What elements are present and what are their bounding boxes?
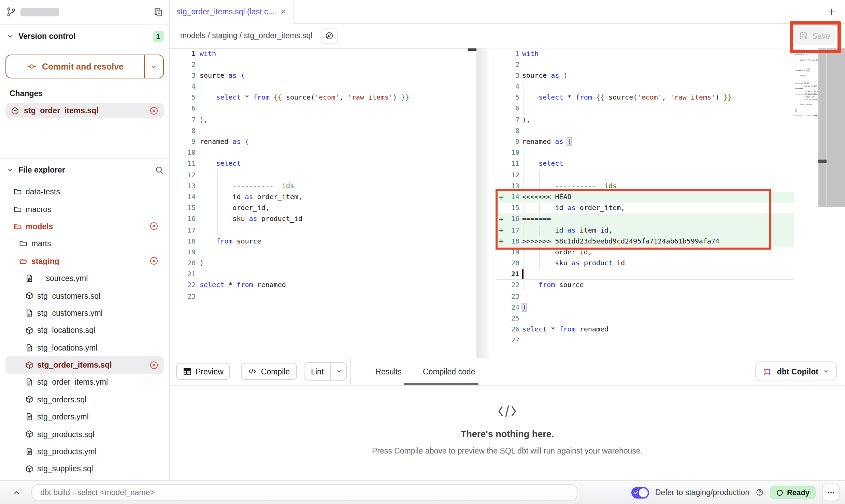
lint-button-group: Lint [303, 362, 347, 381]
indent-guide [200, 81, 201, 92]
tree-item-stg_order_items.yml[interactable]: stg_order_items.yml [5, 374, 163, 391]
code-text: from source [200, 236, 261, 247]
new-tab-plus-icon[interactable] [827, 8, 836, 16]
code-text: select [522, 159, 563, 169]
code-text: id as item_id, [522, 225, 613, 236]
code-line-left-16: 16 sku as product_id [170, 214, 476, 225]
code-line-left-2: 2 [170, 59, 476, 70]
indent-guide [217, 181, 217, 192]
code-line-right-11: 11 select [496, 159, 794, 169]
tab-results[interactable]: Results [375, 367, 402, 375]
line-number: 6 [170, 103, 196, 114]
dbt-copilot-button[interactable]: dbt Copilot [755, 361, 837, 381]
tree-item-stg_locations.sql[interactable]: stg_locations.sql [5, 322, 163, 339]
tree-item-stg_products.yml[interactable]: stg_products.yml [5, 443, 163, 460]
copy-icon[interactable] [153, 7, 163, 17]
commit-and-resolve-button[interactable]: Commit and resolve [5, 55, 163, 78]
save-button[interactable]: Save [794, 27, 835, 45]
scrollbar-thumb[interactable] [818, 159, 826, 163]
defer-toggle[interactable] [631, 487, 649, 498]
code-line-left-19: 19 [170, 247, 476, 258]
minimap[interactable]: with source as ( select * from {{ source… [795, 49, 818, 124]
indent-guide [217, 192, 217, 203]
discard-icon[interactable] [149, 257, 158, 266]
code-line-left-12: 12 [170, 169, 476, 180]
code-icon [497, 403, 518, 418]
status-badge-ready[interactable]: Ready [770, 486, 816, 499]
command-input[interactable] [31, 484, 577, 501]
folder-icon [19, 240, 27, 248]
tree-item-label: __sources.yml [37, 274, 88, 282]
branch-header[interactable] [0, 0, 169, 25]
tree-item-stg_order_items.sql[interactable]: stg_order_items.sql [5, 356, 163, 374]
tree-item-stg_customers.yml[interactable]: stg_customers.yml [5, 304, 163, 322]
line-number: 3 [508, 70, 519, 81]
window-scrollbar[interactable] [827, 48, 845, 207]
tree-item-models[interactable]: models [5, 218, 163, 235]
code-text: order_id, [200, 203, 270, 213]
line-number: 17 [170, 225, 196, 236]
discard-icon[interactable] [149, 360, 158, 369]
chevron-up-icon[interactable] [9, 485, 24, 500]
editor-scrollbar[interactable] [818, 48, 826, 207]
line-number: 10 [508, 147, 519, 158]
code-line-right-19: 19 order_id, [496, 247, 794, 258]
tree-item-__sources.yml[interactable]: __sources.yml [5, 270, 163, 287]
tree-item-stg_orders.sql[interactable]: stg_orders.sql [5, 391, 163, 408]
help-icon[interactable] [756, 488, 764, 496]
discard-icon[interactable] [149, 222, 158, 231]
branch-name-redacted [20, 8, 59, 16]
chevron-down-icon[interactable] [7, 166, 14, 173]
tree-item-stg_products.sql[interactable]: stg_products.sql [5, 426, 163, 443]
commit-options-dropdown[interactable] [144, 55, 163, 78]
tree-item-label: stg_orders.sql [37, 396, 86, 404]
file-explorer-header[interactable]: File explorer [0, 159, 169, 181]
version-control-header[interactable]: Version control 1 [0, 25, 169, 48]
breadcrumb-row: models / staging / stg_order_items.sql [170, 24, 845, 47]
search-icon[interactable] [155, 165, 163, 174]
code-line-right-2: 2 [496, 59, 794, 70]
tab-stg-order-items[interactable]: stg_order_items.sql (last c... [170, 0, 295, 24]
changed-file-stg_order_items.sql[interactable]: stg_order_items.sql [5, 103, 163, 118]
ready-label: Ready [787, 488, 810, 496]
tree-item-label: stg_supplies.sql [37, 465, 93, 473]
code-line-right-13: 13 ---------- ids [496, 181, 794, 192]
tree-item-data-tests[interactable]: data-tests [5, 183, 163, 201]
folder-open-icon [13, 222, 22, 231]
tree-item-stg_orders.yml[interactable]: stg_orders.yml [5, 408, 163, 426]
editor-pane-current[interactable]: 1with23source as (45 select * from {{ so… [496, 48, 794, 358]
tree-item-label: stg_products.yml [37, 447, 97, 456]
preview-label: Preview [196, 367, 224, 375]
close-icon[interactable] [280, 8, 287, 15]
tree-item-stg_supplies.sql[interactable]: stg_supplies.sql [5, 460, 163, 478]
tree-item-staging[interactable]: staging [5, 252, 163, 270]
code-text: <<<<<<< HEAD [522, 192, 572, 203]
tree-item-label: marts [31, 240, 51, 248]
tree-item-stg_locations.yml[interactable]: stg_locations.yml [5, 339, 163, 356]
indent-guide [217, 203, 217, 213]
line-number: 13 [170, 181, 196, 192]
discard-icon[interactable] [149, 106, 158, 115]
lint-dropdown[interactable] [330, 363, 346, 380]
tab-compiled-code[interactable]: Compiled code [423, 367, 475, 375]
lint-label: Lint [311, 367, 324, 375]
editor-pane-original[interactable]: 1with23source as (45 select * from {{ so… [170, 48, 477, 358]
code-line-right-6: 6 [496, 103, 794, 114]
compile-label: Compile [261, 367, 290, 375]
more-options-button[interactable] [822, 484, 840, 501]
tree-item-macros[interactable]: macros [5, 201, 163, 218]
diff-editor[interactable]: 1with23source as (45 select * from {{ so… [170, 47, 845, 358]
indent-guide [200, 169, 201, 180]
lint-button[interactable]: Lint [304, 363, 330, 380]
line-number: 1 [508, 48, 519, 59]
tree-item-stg_customers.sql[interactable]: stg_customers.sql [5, 287, 163, 305]
lineage-button[interactable] [320, 28, 338, 43]
line-number: 22 [170, 280, 196, 291]
code-line-right-9: 9renamed as ( [496, 136, 794, 147]
left-pane-scrollbar-thumb[interactable] [468, 48, 476, 51]
preview-button[interactable]: Preview [176, 363, 230, 380]
invocation-toolbar: Preview Compile Lint Results Compiled co… [170, 358, 845, 386]
chevron-down-icon[interactable] [7, 33, 14, 40]
compile-button[interactable]: Compile [241, 363, 297, 380]
tree-item-marts[interactable]: marts [5, 235, 163, 252]
